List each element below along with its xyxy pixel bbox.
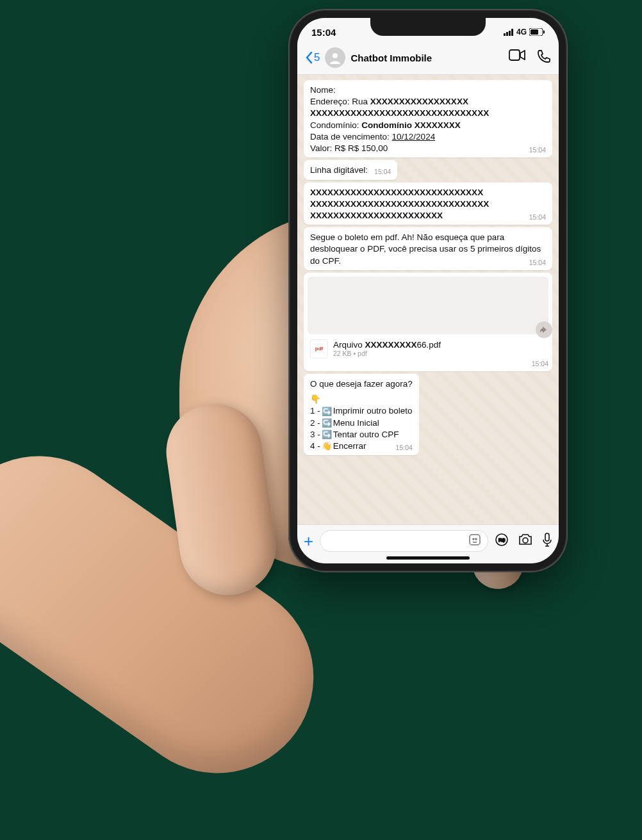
svg-rect-1 [506,32,508,36]
phone-icon [537,49,551,63]
point-down-emoji: 👇 [310,394,413,405]
message-menu[interactable]: O que deseja fazer agora? 👇 1 - ↪️Imprim… [304,374,419,455]
menu-option-3: 3 - ↪️Tentar outro CPF [310,429,413,440]
camera-icon [518,533,533,546]
message-pdf-attachment[interactable]: pdf Arquivo XXXXXXXXX66.pdf 22 KB • pdf … [304,273,552,371]
msg-time: 15:04 [396,443,413,452]
message-details[interactable]: Nome: Endereço: Rua XXXXXXXXXXXXXXXXX XX… [304,80,552,158]
phone-notch [370,18,486,36]
status-time: 15:04 [311,27,336,38]
menu-question: O que deseja fazer agora? [310,378,413,390]
signal-icon [504,29,514,36]
svg-text:R$: R$ [498,537,506,543]
person-icon [329,51,342,64]
svg-point-11 [475,538,477,540]
wave-icon: 👋 [322,440,332,452]
menu-option-2: 2 - ↪️Menu Inicial [310,417,413,429]
network-label: 4G [516,28,527,36]
video-icon [509,49,525,61]
home-indicator[interactable] [386,556,470,560]
attach-button[interactable]: + [304,533,313,549]
message-linha-digitavel[interactable]: XXXXXXXXXXXXXXXXXXXXXXXXXXXXXX XXXXXXXXX… [304,182,552,225]
pdf-file-icon: pdf [310,339,328,359]
message-instructions[interactable]: Segue o boleto em pdf. Ah! Não esqueça q… [304,227,552,270]
message-linha-label[interactable]: Linha digitável: 15:04 [304,160,397,179]
voice-call-button[interactable] [537,49,551,66]
menu-option-1: 1 - ↪️Imprimir outro boleto [310,405,413,417]
svg-rect-2 [509,31,511,36]
video-call-button[interactable] [509,49,525,66]
avatar[interactable] [325,47,345,68]
msg-time: 15:04 [529,213,546,222]
forward-button[interactable] [536,321,552,338]
svg-rect-5 [531,29,538,35]
mic-button[interactable] [542,533,552,549]
chat-header: 5 Chatbot Immobile [297,44,559,75]
arrow-box-icon: ↪️ [322,406,332,417]
chat-title[interactable]: Chatbot Immobile [350,52,504,63]
pdf-meta: 22 KB • pdf [333,350,546,357]
msg-time: 15:04 [374,167,391,176]
payment-button[interactable]: R$ [495,533,509,549]
sticker-icon [468,533,481,546]
svg-rect-3 [511,29,513,36]
sticker-button[interactable] [468,533,481,549]
back-count: 5 [314,51,320,64]
svg-point-10 [473,538,474,540]
battery-icon [529,28,545,36]
msg-time: 15:04 [529,145,546,154]
svg-rect-9 [470,535,480,545]
detail-endereco-cont: XXXXXXXXXXXXXXXXXXXXXXXXXXXXXXX [310,108,489,118]
svg-point-7 [333,53,338,58]
arrow-box-icon: ↪️ [322,429,332,440]
detail-endereco: Endereço: Rua XXXXXXXXXXXXXXXXX [310,96,546,108]
phone-frame: 15:04 4G 5 Chatbot Immobile [288,9,568,572]
detail-vencimento: Data de vencimento: 10/12/2024 [310,131,546,143]
phone-screen: 15:04 4G 5 Chatbot Immobile [297,18,559,563]
chat-body[interactable]: Nome: Endereço: Rua XXXXXXXXXXXXXXXXX XX… [297,75,559,524]
mic-icon [542,533,552,547]
msg-time: 15:04 [308,360,548,368]
chevron-left-icon [305,51,313,64]
detail-condominio: Condomínio: Condomínio XXXXXXXX [310,120,546,131]
msg-time: 15:04 [529,258,546,267]
camera-button[interactable] [518,533,533,549]
pdf-preview-thumbnail [308,277,548,334]
arrow-box-icon: ↪️ [322,417,332,429]
detail-nome: Nome: [310,85,546,96]
forward-icon [539,325,548,334]
svg-rect-0 [504,33,506,36]
payment-icon: R$ [495,533,509,547]
svg-point-14 [523,538,528,543]
svg-rect-6 [543,31,545,34]
svg-rect-8 [509,50,520,60]
detail-valor: Valor: R$ R$ 150,00 15:04 [310,143,546,154]
message-input[interactable] [320,530,488,552]
pdf-filename: Arquivo XXXXXXXXX66.pdf [333,340,546,350]
svg-rect-15 [545,533,549,541]
menu-option-4: 4 - 👋Encerrar 15:04 [310,440,413,452]
back-button[interactable]: 5 [305,51,320,64]
